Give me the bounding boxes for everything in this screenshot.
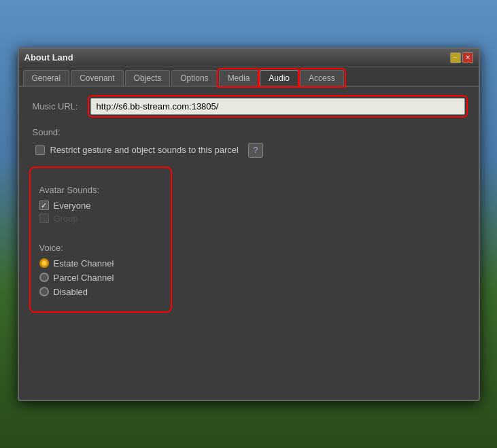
content-area: Music URL: Sound: Restrict gesture and o… <box>19 87 479 400</box>
music-url-input-wrapper <box>90 98 465 115</box>
music-url-label: Music URL: <box>33 101 84 111</box>
title-bar: About Land − ✕ <box>19 49 479 67</box>
estate-channel-label: Estate Channel <box>54 258 114 269</box>
disabled-label: Disabled <box>54 287 88 297</box>
avatar-sounds-section: Avatar Sounds: Everyone Group <box>39 175 160 226</box>
tab-general[interactable]: General <box>23 70 70 86</box>
tab-access[interactable]: Access <box>300 70 344 86</box>
parcel-channel-row: Parcel Channel <box>39 273 160 283</box>
everyone-label: Everyone <box>54 201 91 211</box>
parcel-channel-label: Parcel Channel <box>54 273 114 283</box>
voice-section: Voice: Estate Channel Parcel Channel Dis… <box>39 233 160 301</box>
estate-channel-row: Estate Channel <box>39 258 160 269</box>
restrict-sounds-text: Restrict gesture and object sounds to th… <box>50 145 239 155</box>
music-url-input[interactable] <box>90 98 465 115</box>
restrict-sounds-checkbox[interactable] <box>35 145 45 155</box>
tab-objects[interactable]: Objects <box>125 70 171 86</box>
tab-bar: General Covenant Objects Options Media A… <box>19 67 479 87</box>
avatar-voice-box: Avatar Sounds: Everyone Group Voice: Est… <box>33 170 169 309</box>
tab-audio[interactable]: Audio <box>260 70 298 86</box>
voice-label: Voice: <box>39 243 160 253</box>
everyone-row: Everyone <box>39 201 160 211</box>
group-row: Group <box>39 213 160 224</box>
restrict-sounds-row: Restrict gesture and object sounds to th… <box>35 143 465 158</box>
disabled-radio[interactable] <box>39 287 49 296</box>
tab-media[interactable]: Media <box>219 70 259 86</box>
title-buttons: − ✕ <box>450 52 473 63</box>
tab-covenant[interactable]: Covenant <box>71 70 123 86</box>
help-button[interactable]: ? <box>248 143 263 158</box>
close-button[interactable]: ✕ <box>462 52 473 63</box>
sound-section: Sound: Restrict gesture and object sound… <box>33 127 465 158</box>
everyone-checkbox[interactable] <box>39 201 49 210</box>
sound-label: Sound: <box>33 127 465 137</box>
tab-options[interactable]: Options <box>171 70 217 86</box>
estate-channel-radio[interactable] <box>39 258 49 268</box>
group-label: Group <box>54 213 78 224</box>
window-title: About Land <box>24 52 73 63</box>
group-checkbox[interactable] <box>39 213 49 223</box>
disabled-row: Disabled <box>39 287 160 297</box>
minimize-button[interactable]: − <box>450 52 461 63</box>
avatar-sounds-label: Avatar Sounds: <box>39 185 160 195</box>
parcel-channel-radio[interactable] <box>39 273 49 282</box>
music-url-row: Music URL: <box>33 98 465 115</box>
about-land-window: About Land − ✕ General Covenant Objects … <box>18 48 480 401</box>
